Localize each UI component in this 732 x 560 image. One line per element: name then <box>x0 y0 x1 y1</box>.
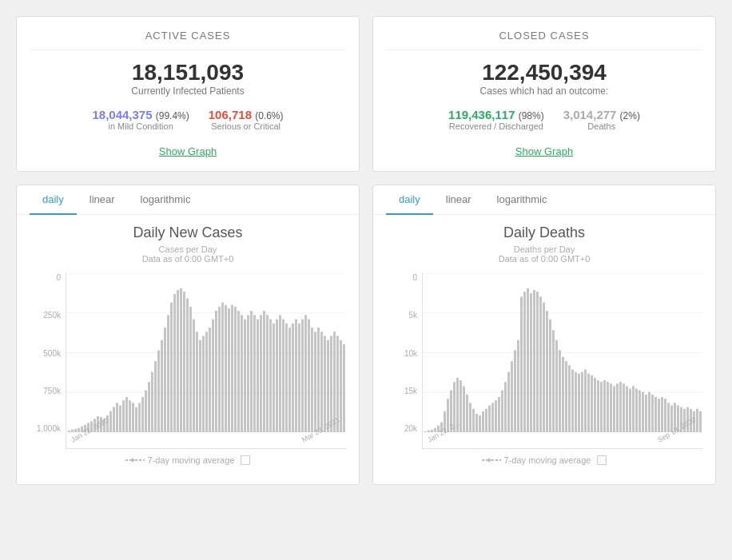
svg-rect-175 <box>664 399 666 432</box>
svg-rect-59 <box>241 315 243 432</box>
daily-cases-chart-title: Daily New Cases <box>30 224 346 241</box>
svg-rect-68 <box>269 320 272 432</box>
svg-rect-134 <box>533 290 535 432</box>
svg-rect-56 <box>231 305 233 432</box>
daily-cases-svg <box>66 273 346 432</box>
svg-rect-39 <box>177 290 179 432</box>
daily-deaths-svg <box>423 273 702 432</box>
svg-rect-69 <box>273 324 275 432</box>
svg-rect-138 <box>546 311 548 432</box>
svg-marker-93 <box>132 458 135 463</box>
svg-rect-126 <box>507 372 510 432</box>
y-label-0k: 0 <box>386 273 417 282</box>
tab-daily-cases-logarithmic[interactable]: logarithmic <box>128 185 204 215</box>
active-cases-main-label: Currently Infected Patients <box>30 85 346 97</box>
svg-rect-27 <box>138 403 141 432</box>
recovered-label: Recovered / Discharged <box>448 121 544 131</box>
daily-deaths-x-axis: Jan 22, 2... Sep 13, 2020 <box>423 432 702 448</box>
y-label-0: 1,000k <box>30 424 61 433</box>
closed-cases-show-graph-link[interactable]: Show Graph <box>515 145 573 157</box>
svg-rect-161 <box>619 382 622 432</box>
legend-line-deaths: 7-day moving average <box>482 455 591 465</box>
svg-rect-119 <box>485 409 487 432</box>
svg-rect-32 <box>154 361 157 432</box>
svg-rect-46 <box>199 340 201 432</box>
svg-rect-21 <box>119 405 121 432</box>
daily-cases-chart-area: 1,000k 750k 500k 250k 0 <box>30 273 346 449</box>
daily-deaths-legend: 7-day moving average <box>386 449 702 475</box>
daily-cases-legend: 7-day moving average <box>30 449 346 475</box>
legend-line-cases: 7-day moving average <box>125 455 235 465</box>
active-cases-main-number: 18,151,093 <box>30 60 346 85</box>
daily-deaths-tabs: daily linear logarithmic <box>373 185 715 215</box>
svg-rect-139 <box>549 320 551 432</box>
daily-cases-tabs: daily linear logarithmic <box>17 185 359 215</box>
legend-label-deaths: 7-day moving average <box>504 455 591 465</box>
active-cases-breakdown: 18,044,375 (99.4%) in Mild Condition 106… <box>30 108 346 131</box>
svg-rect-112 <box>463 386 465 432</box>
svg-rect-117 <box>479 415 481 432</box>
svg-rect-33 <box>157 350 160 432</box>
daily-deaths-chart-title: Daily Deaths <box>386 224 702 241</box>
svg-rect-142 <box>559 350 561 432</box>
svg-rect-127 <box>511 361 513 432</box>
svg-rect-131 <box>523 292 526 432</box>
recovered-number: 119,436,117 (98%) <box>448 108 544 121</box>
svg-rect-147 <box>575 372 577 432</box>
legend-checkbox-deaths[interactable] <box>597 455 607 465</box>
svg-rect-174 <box>661 397 663 432</box>
tab-daily-cases-daily[interactable]: daily <box>30 185 77 215</box>
active-cases-show-graph-link[interactable]: Show Graph <box>159 145 217 157</box>
tab-daily-deaths-linear[interactable]: linear <box>433 185 484 215</box>
svg-rect-121 <box>491 403 494 432</box>
svg-rect-165 <box>632 386 635 432</box>
tab-daily-deaths-daily[interactable]: daily <box>386 185 433 215</box>
svg-rect-135 <box>536 292 539 432</box>
svg-rect-78 <box>301 320 304 432</box>
deaths-number: 3,014,277 (2%) <box>563 108 640 121</box>
daily-cases-chart-content: Jan 22, 2020 Mar 23, 2021 <box>66 273 346 449</box>
svg-rect-122 <box>495 400 497 432</box>
legend-checkbox-cases[interactable] <box>241 455 250 465</box>
svg-rect-80 <box>308 320 310 432</box>
active-cases-title: ACTIVE CASES <box>30 30 346 50</box>
svg-rect-76 <box>295 320 297 432</box>
svg-rect-132 <box>527 288 529 432</box>
svg-rect-146 <box>571 369 574 432</box>
svg-rect-145 <box>568 365 571 432</box>
svg-rect-100 <box>424 431 427 432</box>
svg-rect-85 <box>324 336 326 432</box>
svg-rect-38 <box>173 294 176 432</box>
y-label-10k: 10k <box>386 349 417 358</box>
daily-deaths-y-axis: 20k 15k 10k 5k 0 <box>386 273 422 449</box>
svg-rect-44 <box>193 320 195 432</box>
svg-rect-168 <box>642 392 644 432</box>
svg-rect-18 <box>109 411 112 432</box>
tab-daily-deaths-logarithmic[interactable]: logarithmic <box>484 185 560 215</box>
svg-rect-120 <box>488 405 491 432</box>
daily-cases-x-axis: Jan 22, 2020 Mar 23, 2021 <box>66 432 346 448</box>
svg-rect-167 <box>639 391 641 432</box>
y-label-4: 0 <box>30 273 61 282</box>
svg-rect-53 <box>221 303 224 432</box>
closed-cases-main-number: 122,450,394 <box>386 60 702 85</box>
svg-rect-58 <box>237 311 240 432</box>
y-label-15k: 15k <box>386 387 417 395</box>
svg-rect-160 <box>616 383 619 432</box>
svg-rect-65 <box>260 315 262 432</box>
legend-dash-deaths-icon <box>482 457 501 463</box>
svg-rect-113 <box>466 395 468 432</box>
svg-rect-36 <box>167 315 169 432</box>
svg-rect-150 <box>584 369 587 432</box>
svg-rect-116 <box>475 414 478 432</box>
svg-rect-83 <box>317 328 320 432</box>
svg-rect-30 <box>148 382 150 432</box>
svg-rect-24 <box>129 400 131 432</box>
svg-rect-75 <box>292 324 294 432</box>
svg-rect-40 <box>180 288 182 432</box>
mild-condition-item: 18,044,375 (99.4%) in Mild Condition <box>92 108 189 131</box>
svg-rect-29 <box>145 391 147 432</box>
tab-daily-cases-linear[interactable]: linear <box>77 185 128 215</box>
svg-rect-57 <box>234 307 237 432</box>
mild-number: 18,044,375 (99.4%) <box>92 108 189 121</box>
